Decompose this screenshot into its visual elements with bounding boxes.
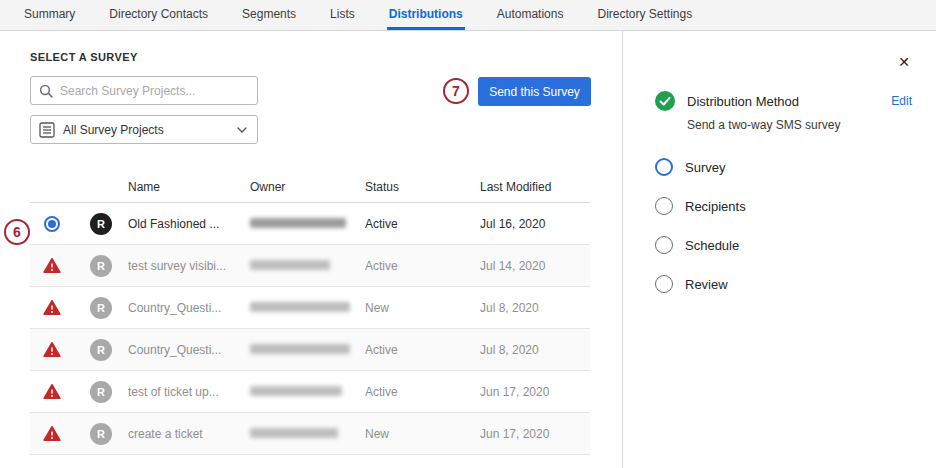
edit-link[interactable]: Edit [891, 94, 912, 108]
table-row[interactable]: R test survey visibi... Active Jul 14, 2… [30, 245, 590, 287]
survey-modified: Jul 16, 2020 [480, 217, 576, 231]
survey-avatar: R [90, 339, 112, 361]
survey-status: New [365, 427, 480, 441]
survey-avatar: R [90, 381, 112, 403]
column-last-modified: Last Modified [480, 180, 576, 194]
step-schedule[interactable]: Schedule [655, 235, 912, 255]
table-row[interactable]: R test of ticket up... Active Jun 17, 20… [30, 371, 590, 413]
pending-step-icon [655, 275, 673, 293]
warning-icon [43, 425, 61, 442]
tab-distributions[interactable]: Distributions [387, 0, 465, 30]
search-input[interactable] [60, 84, 249, 98]
warning-icon [43, 341, 61, 358]
tab-summary[interactable]: Summary [22, 0, 77, 30]
step-label: Distribution Method [687, 94, 879, 109]
column-status: Status [365, 180, 480, 194]
top-nav: Summary Directory Contacts Segments List… [0, 0, 936, 31]
survey-name: test of ticket up... [128, 385, 250, 399]
survey-status: New [365, 301, 480, 315]
step-review[interactable]: Review [655, 274, 912, 294]
table-row[interactable]: R create a ticket New Jun 17, 2020 [30, 413, 590, 455]
tab-lists[interactable]: Lists [328, 0, 357, 30]
tab-directory-settings[interactable]: Directory Settings [595, 0, 694, 30]
table-row[interactable]: R Old Fashioned ... Active Jul 16, 2020 [30, 203, 590, 245]
step-recipients[interactable]: Recipients [655, 196, 912, 216]
survey-status: Active [365, 343, 480, 357]
survey-name: Old Fashioned ... [128, 217, 250, 231]
survey-avatar: R [90, 297, 112, 319]
main-content: SELECT A SURVEY All Survey Projects [0, 31, 622, 468]
check-circle-icon [655, 91, 675, 111]
tab-directory-contacts[interactable]: Directory Contacts [107, 0, 210, 30]
step-label: Schedule [685, 238, 912, 253]
pending-step-icon [655, 236, 673, 254]
search-box[interactable] [30, 76, 258, 105]
survey-modified: Jun 17, 2020 [480, 385, 576, 399]
survey-modified: Jul 8, 2020 [480, 343, 576, 357]
survey-avatar: R [90, 423, 112, 445]
survey-status: Active [365, 259, 480, 273]
wizard-steps: Distribution Method Edit Send a two-way … [655, 91, 912, 313]
list-view-icon [39, 122, 55, 138]
owner-blurred [250, 301, 365, 315]
send-this-survey-button[interactable]: Send this Survey [478, 77, 591, 106]
warning-icon [43, 299, 61, 316]
close-icon[interactable]: ✕ [898, 55, 910, 69]
owner-blurred [250, 385, 365, 399]
survey-table: Name Owner Status Last Modified R Old Fa… [30, 172, 590, 455]
pending-step-icon [655, 197, 673, 215]
warning-icon [43, 257, 61, 274]
tab-automations[interactable]: Automations [495, 0, 566, 30]
survey-status: Active [365, 385, 480, 399]
survey-avatar: R [90, 213, 112, 235]
table-header: Name Owner Status Last Modified [30, 172, 590, 203]
survey-modified: Jun 17, 2020 [480, 427, 576, 441]
distribution-wizard-panel: ✕ Distribution Method Edit Send a two-wa… [622, 31, 936, 468]
survey-modified: Jul 14, 2020 [480, 259, 576, 273]
annotation-callout-7: 7 [443, 78, 469, 104]
project-filter-value: All Survey Projects [63, 123, 229, 137]
step-label: Review [685, 277, 912, 292]
chevron-down-icon [237, 127, 247, 133]
survey-name: create a ticket [128, 427, 250, 441]
survey-status: Active [365, 217, 480, 231]
table-row[interactable]: R Country_Questi... Active Jul 8, 2020 [30, 329, 590, 371]
step-label: Survey [685, 160, 912, 175]
column-owner: Owner [250, 180, 365, 194]
annotation-callout-6: 6 [4, 219, 30, 245]
warning-icon [43, 383, 61, 400]
page-title: SELECT A SURVEY [30, 51, 138, 63]
radio-selected-icon[interactable] [44, 216, 60, 232]
current-step-icon [655, 158, 673, 176]
survey-name: Country_Questi... [128, 343, 250, 357]
survey-name: test survey visibi... [128, 259, 250, 273]
step-subtitle: Send a two-way SMS survey [687, 117, 912, 133]
owner-blurred [250, 217, 365, 231]
owner-blurred [250, 427, 365, 441]
search-icon [39, 84, 53, 98]
step-survey[interactable]: Survey [655, 157, 912, 177]
table-row[interactable]: R Country_Questi... New Jul 8, 2020 [30, 287, 590, 329]
owner-blurred [250, 259, 365, 273]
page: Summary Directory Contacts Segments List… [0, 0, 936, 468]
step-label: Recipients [685, 199, 912, 214]
owner-blurred [250, 343, 365, 357]
survey-name: Country_Questi... [128, 301, 250, 315]
survey-avatar: R [90, 255, 112, 277]
column-name: Name [128, 180, 250, 194]
step-distribution-method[interactable]: Distribution Method Edit [655, 91, 912, 111]
project-filter-dropdown[interactable]: All Survey Projects [30, 115, 258, 144]
tab-segments[interactable]: Segments [240, 0, 298, 30]
survey-modified: Jul 8, 2020 [480, 301, 576, 315]
